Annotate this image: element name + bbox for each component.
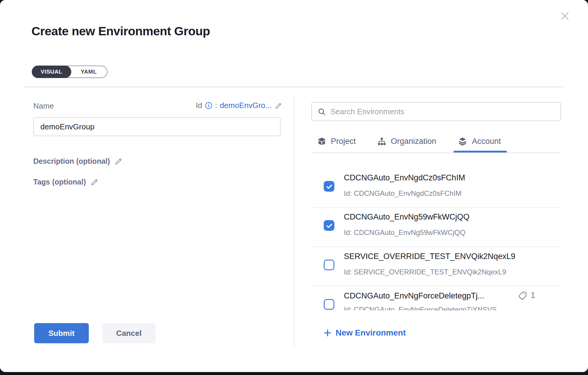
check-icon <box>325 183 333 190</box>
description-row: Description (optional) <box>33 157 123 166</box>
project-cube-icon <box>317 137 326 146</box>
check-icon <box>325 222 333 230</box>
account-layers-icon <box>458 136 467 146</box>
header-divider <box>24 87 564 87</box>
row-divider <box>311 286 561 286</box>
close-icon <box>559 10 572 22</box>
env-name[interactable]: SERVICE_OVERRIDE_TEST_ENVQik2NqexL9 <box>344 252 515 261</box>
tags-row: Tags (optional) <box>33 177 99 187</box>
name-label: Name <box>33 101 54 111</box>
page-title: Create new Environment Group <box>31 24 210 38</box>
id-separator: : <box>215 101 217 110</box>
env-id: Id: CDCNGAuto_EnvNgdCz0sFChIM <box>344 189 461 198</box>
tag-icon <box>518 291 527 300</box>
id-row: Id : demoEnvGro... <box>160 101 283 110</box>
env-checkbox[interactable] <box>324 220 334 231</box>
new-environment-label: New Environment <box>336 328 406 338</box>
env-checkbox[interactable] <box>324 260 334 270</box>
env-name[interactable]: CDCNGAuto_EnvNgForceDeletegpTj... <box>344 291 484 301</box>
env-name[interactable]: CDCNGAuto_EnvNg59wFkWCjQQ <box>344 212 470 222</box>
environment-list: CDCNGAuto_EnvNgdCz0sFChIM Id: CDCNGAuto_… <box>311 154 561 311</box>
close-button[interactable] <box>559 9 572 23</box>
row-divider <box>311 247 561 247</box>
tab-project[interactable]: Project <box>317 130 356 152</box>
env-tag-badge: 1 <box>518 291 535 300</box>
submit-button[interactable]: Submit <box>34 323 89 343</box>
plus-icon <box>323 328 332 337</box>
environment-search-box <box>311 102 561 121</box>
env-checkbox[interactable] <box>324 299 334 310</box>
env-id: Id: CDCNGAuto_EnvNgForceDeletegpTjXNSVS <box>344 306 497 310</box>
id-label: Id <box>196 101 202 110</box>
tab-account-label: Account <box>472 137 501 146</box>
env-id-clipped: Id: CDCNGAuto_EnvNgForceDeletegpTjXNSVS <box>344 306 497 310</box>
panel-divider <box>294 96 294 346</box>
toggle-visual[interactable]: VISUAL <box>32 66 71 78</box>
name-input[interactable] <box>33 117 281 136</box>
id-value-link[interactable]: demoEnvGro... <box>220 101 272 110</box>
env-id: Id: CDCNGAuto_EnvNg59wFkWCjQQ <box>344 228 465 237</box>
env-id: Id: SERVICE_OVERRIDE_TEST_ENVQik2NqexL9 <box>344 268 506 276</box>
create-env-group-modal: Create new Environment Group VISUAL YAML… <box>0 0 588 372</box>
organization-chart-icon <box>377 137 386 146</box>
cancel-button[interactable]: Cancel <box>102 323 156 343</box>
edit-id-pencil-icon[interactable] <box>274 101 283 110</box>
env-checkbox[interactable] <box>324 181 334 192</box>
edit-description-pencil-icon[interactable] <box>114 157 123 166</box>
tab-project-label: Project <box>331 137 356 146</box>
visual-yaml-toggle: VISUAL YAML <box>32 66 108 78</box>
new-environment-button[interactable]: New Environment <box>323 328 406 338</box>
search-icon <box>318 108 326 116</box>
row-divider <box>311 207 561 208</box>
tab-organization[interactable]: Organization <box>377 130 436 152</box>
tags-label: Tags (optional) <box>33 178 86 186</box>
tab-account[interactable]: Account <box>458 130 501 152</box>
scope-tabs: Project Organization Account <box>311 130 561 153</box>
env-tag-count: 1 <box>531 291 535 300</box>
env-name[interactable]: CDCNGAuto_EnvNgdCz0sFChIM <box>344 173 465 182</box>
id-info-icon[interactable] <box>205 102 212 109</box>
description-label: Description (optional) <box>33 157 110 166</box>
edit-tags-pencil-icon[interactable] <box>90 177 99 187</box>
toggle-yaml[interactable]: YAML <box>71 66 107 78</box>
tab-organization-label: Organization <box>391 137 436 146</box>
search-environments-input[interactable] <box>331 107 554 116</box>
